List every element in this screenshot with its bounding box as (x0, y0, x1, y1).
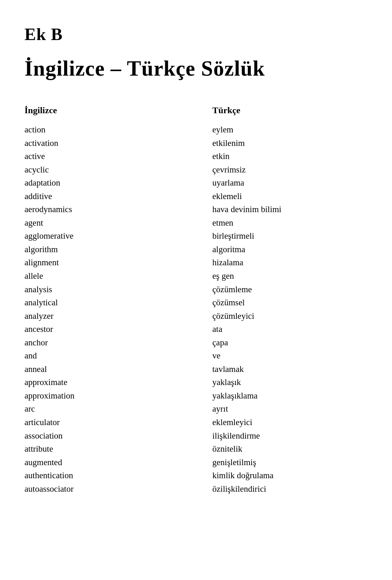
english-entry: acyclic (24, 163, 180, 177)
turkish-entry: özilişkilendirici (212, 482, 368, 496)
ek-b-label: Ek B (24, 25, 368, 44)
turkish-column: Türkçe eylemetkilenimetkinçevrimsizuyarl… (196, 105, 368, 495)
turkish-entry: çevrimsiz (212, 163, 368, 177)
turkish-entry: kimlik doğrulama (212, 469, 368, 482)
turkish-entry: birleştirmeli (212, 229, 368, 243)
english-entry: association (24, 429, 180, 443)
turkish-column-header: Türkçe (212, 105, 368, 116)
english-column: İngilizce actionactivationactiveacyclica… (24, 105, 196, 495)
english-entry: allele (24, 269, 180, 283)
turkish-entry: ayrıt (212, 402, 368, 416)
turkish-entry: ata (212, 322, 368, 336)
english-entry: approximation (24, 389, 180, 403)
english-entry: anneal (24, 363, 180, 376)
english-entry: analytical (24, 296, 180, 309)
english-entry: articulator (24, 416, 180, 429)
english-column-header: İngilizce (24, 105, 180, 116)
turkish-entry: eklemleyici (212, 416, 368, 429)
english-entries-list: actionactivationactiveacyclicadaptationa… (24, 123, 180, 495)
english-entry: ancestor (24, 322, 180, 336)
english-entry: approximate (24, 376, 180, 389)
turkish-entry: genişletilmiş (212, 456, 368, 469)
english-entry: agglomerative (24, 229, 180, 243)
turkish-entry: tavlamak (212, 363, 368, 376)
english-entry: additive (24, 190, 180, 203)
english-entry: action (24, 123, 180, 137)
page-header: Ek B İngilizce – Türkçe Sözlük (24, 25, 368, 81)
english-entry: anchor (24, 336, 180, 349)
turkish-entry: yaklaşık (212, 376, 368, 389)
english-entry: active (24, 150, 180, 163)
english-entry: arc (24, 402, 180, 416)
turkish-entry: etkin (212, 150, 368, 163)
turkish-entry: etkilenim (212, 137, 368, 150)
turkish-entry: çözümsel (212, 296, 368, 309)
english-entry: activation (24, 137, 180, 150)
english-entry: autoassociator (24, 482, 180, 496)
english-entry: aerodynamics (24, 203, 180, 216)
english-entry: analysis (24, 283, 180, 296)
turkish-entry: çözümleme (212, 283, 368, 296)
turkish-entry: eylem (212, 123, 368, 137)
turkish-entry: hava devinim bilimi (212, 203, 368, 216)
dictionary-section: İngilizce actionactivationactiveacyclica… (24, 105, 368, 495)
english-entry: adaptation (24, 176, 180, 190)
turkish-entry: hizalama (212, 256, 368, 269)
turkish-entries-list: eylemetkilenimetkinçevrimsizuyarlamaekle… (212, 123, 368, 495)
english-entry: algorithm (24, 243, 180, 256)
english-entry: agent (24, 216, 180, 230)
turkish-entry: ilişkilendirme (212, 429, 368, 443)
turkish-entry: algoritma (212, 243, 368, 256)
english-entry: augmented (24, 456, 180, 469)
turkish-entry: çözümleyici (212, 309, 368, 323)
turkish-entry: uyarlama (212, 176, 368, 190)
english-entry: analyzer (24, 309, 180, 323)
turkish-entry: ve (212, 349, 368, 363)
english-entry: alignment (24, 256, 180, 269)
english-entry: attribute (24, 442, 180, 456)
main-title: İngilizce – Türkçe Sözlük (24, 56, 368, 81)
english-entry: and (24, 349, 180, 363)
turkish-entry: eklemeli (212, 190, 368, 203)
turkish-entry: etmen (212, 216, 368, 230)
turkish-entry: eş gen (212, 269, 368, 283)
turkish-entry: öznitelik (212, 442, 368, 456)
english-entry: authentication (24, 469, 180, 482)
turkish-entry: çapa (212, 336, 368, 349)
turkish-entry: yaklaşıklama (212, 389, 368, 403)
